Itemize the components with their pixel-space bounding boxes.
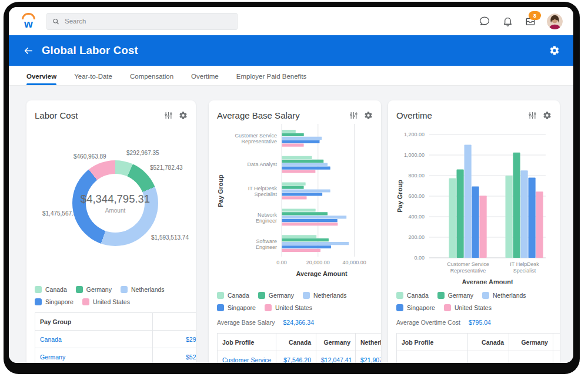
bar-singapore[interactable] — [529, 178, 536, 258]
tab-employer-paid-benefits[interactable]: Employer Paid Benefits — [236, 73, 307, 85]
category-label: Customer Service — [235, 133, 277, 139]
legend-item-singapore: Singapore — [396, 304, 435, 311]
legend-item-singapore: Singapore — [35, 298, 74, 305]
tab-overtime[interactable]: Overtime — [191, 73, 219, 85]
donut-ring[interactable]: $4,344,795.31 Amount — [72, 160, 158, 246]
table-cell: $21,907. — [356, 351, 382, 363]
bar-germany[interactable] — [282, 186, 304, 189]
workday-logo[interactable]: w — [19, 13, 37, 29]
bar-singapore[interactable] — [282, 193, 323, 196]
bar-canada[interactable] — [282, 235, 317, 238]
bar-netherlands[interactable] — [282, 189, 330, 192]
filter-settings-button[interactable] — [163, 110, 173, 120]
back-button[interactable] — [21, 43, 36, 58]
table-row: Germany$521,782.43 — [35, 348, 196, 363]
table-header-cell: Pay Group — [35, 313, 153, 331]
tab-overview[interactable]: Overview — [26, 73, 56, 85]
bar-united-states[interactable] — [282, 170, 316, 173]
tab-year-to-date[interactable]: Year-to-Date — [74, 73, 112, 85]
card-settings-button[interactable] — [363, 110, 373, 120]
table-cell[interactable]: Customer Service — [218, 351, 276, 363]
bar-united-states[interactable] — [480, 196, 487, 258]
bar-netherlands[interactable] — [521, 170, 528, 258]
workday-logo-letter: w — [24, 18, 32, 29]
filter-settings-button[interactable] — [349, 110, 358, 120]
table-header-cell: Canada — [276, 334, 316, 351]
inbox-button[interactable]: 8 — [524, 15, 537, 28]
table-link[interactable]: Canada — [40, 336, 62, 343]
legend-swatch — [396, 304, 403, 311]
sliders-icon — [164, 111, 173, 120]
table-container: Job ProfileCanadaGermanyNetherlandsCusto… — [217, 333, 381, 363]
card-settings-button[interactable] — [542, 110, 552, 120]
gear-icon — [179, 111, 188, 120]
bar-canada[interactable] — [282, 208, 316, 211]
x-tick-label: 40,000.00 — [343, 260, 366, 265]
bar-netherlands[interactable] — [465, 145, 472, 258]
bar-united-states[interactable] — [282, 249, 321, 252]
table-cell: $292,967.35 — [153, 331, 196, 348]
search-input[interactable] — [64, 17, 232, 25]
vbar-chart: 0.00200.00400.00600.00800.001,000.001,20… — [396, 122, 552, 284]
bar-canada[interactable] — [282, 130, 296, 133]
donut-label-netherlands: $1,593,513.74 — [151, 234, 189, 241]
bar-canada[interactable] — [506, 176, 513, 258]
table-header-cell — [153, 313, 196, 331]
profile-avatar[interactable] — [547, 14, 563, 29]
table-link[interactable]: Customer Service — [222, 356, 271, 363]
bar-netherlands[interactable] — [282, 137, 322, 140]
card-settings-button[interactable] — [178, 110, 188, 120]
filter-settings-button[interactable] — [527, 110, 537, 120]
bar-netherlands[interactable] — [282, 242, 349, 245]
table-cell[interactable]: Germany — [35, 348, 153, 363]
chat-button[interactable] — [478, 15, 491, 28]
bar-united-states[interactable] — [282, 223, 338, 225]
y-tick-label: 0.00 — [414, 255, 425, 261]
bar-germany[interactable] — [282, 160, 324, 163]
table-cell[interactable]: Canada — [35, 331, 153, 348]
bar-united-states[interactable] — [536, 191, 543, 258]
legend-swatch — [482, 292, 489, 299]
header-settings-button[interactable] — [547, 43, 562, 58]
legend-item-canada: Canada — [396, 292, 429, 299]
bar-netherlands[interactable] — [282, 216, 347, 218]
gear-icon — [549, 45, 560, 56]
legend-label: Netherlands — [313, 292, 347, 299]
bar-singapore[interactable] — [282, 245, 331, 248]
category-label: Network — [258, 212, 278, 218]
bar-germany[interactable] — [282, 212, 328, 215]
notifications-button[interactable] — [501, 15, 514, 28]
legend-swatch — [35, 298, 42, 305]
bar-singapore[interactable] — [282, 167, 330, 170]
legend-label: United States — [93, 298, 130, 305]
data-table: Job ProfileCanadaGermanyNetherlands — [396, 333, 560, 363]
card-labor-cost: Labor Cost $292,967.35 $521,782.43 $1,59… — [26, 100, 196, 363]
legend-swatch — [217, 292, 224, 299]
legend-label: Singapore — [45, 298, 74, 305]
summary-value-link[interactable]: $795.04 — [469, 319, 491, 326]
bar-canada[interactable] — [282, 156, 312, 159]
table-header-cell: Job Profile — [397, 334, 468, 351]
bar-singapore[interactable] — [472, 186, 479, 258]
table-link[interactable]: Germany — [40, 354, 65, 361]
summary-value-link[interactable]: $24,366.34 — [283, 319, 314, 326]
bar-canada[interactable] — [282, 183, 306, 186]
bar-netherlands[interactable] — [282, 163, 328, 166]
bar-germany[interactable] — [513, 153, 520, 258]
bar-germany[interactable] — [282, 133, 304, 136]
bar-germany[interactable] — [282, 238, 329, 241]
card-overtime: Overtime 0.00200.00400.00600.00800.001,0… — [388, 100, 560, 363]
gear-icon — [364, 111, 373, 120]
data-table: Pay GroupCanada$292,967.35Germany$521,78… — [35, 312, 196, 363]
bar-germany[interactable] — [457, 170, 464, 258]
bar-united-states[interactable] — [282, 144, 304, 147]
donut-center: $4,344,795.31 Amount — [86, 174, 145, 233]
bar-united-states[interactable] — [282, 196, 307, 199]
category-label: Data Analyst — [247, 161, 277, 167]
search-box[interactable] — [46, 13, 238, 30]
bar-canada[interactable] — [449, 178, 456, 258]
tab-compensation[interactable]: Compensation — [130, 73, 173, 85]
bar-singapore[interactable] — [282, 140, 320, 143]
bar-singapore[interactable] — [282, 219, 338, 222]
category-label: Representative — [241, 139, 277, 144]
